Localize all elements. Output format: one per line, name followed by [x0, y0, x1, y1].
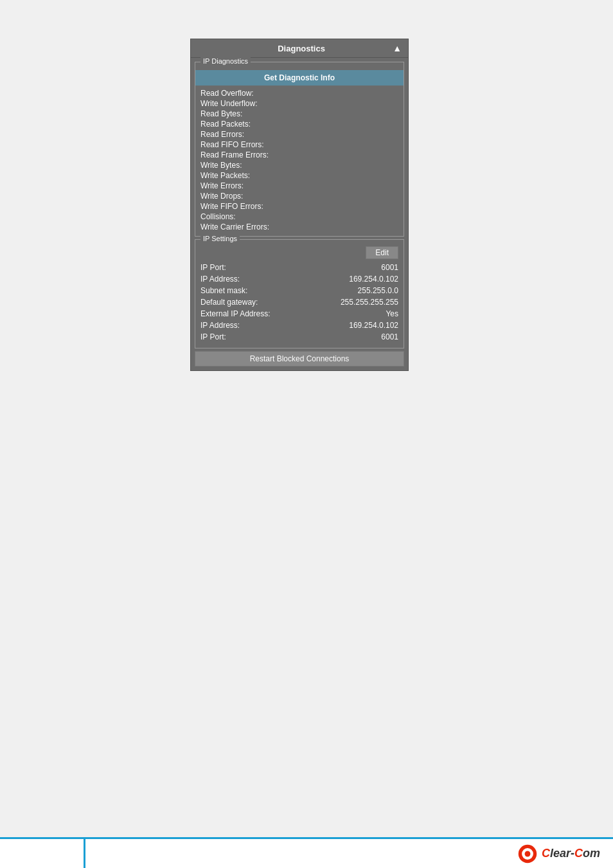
diagnostic-row: Write FIFO Errors:: [200, 201, 398, 212]
diagnostic-field-label: Write Underflow:: [200, 99, 257, 108]
ip-field-value: 6001: [381, 263, 398, 272]
diagnostic-row: Write Carrier Errors:: [200, 222, 398, 232]
diagnostic-row: Write Underflow:: [200, 98, 398, 109]
ip-field-label: IP Port:: [200, 332, 226, 341]
panel-title: Diagnostics: [210, 44, 393, 53]
ip-settings-row: Subnet mask:255.255.0.0: [200, 285, 398, 296]
diagnostic-row: Read Bytes:: [200, 109, 398, 119]
diagnostic-row: Read Overflow:: [200, 88, 398, 98]
diagnostic-rows: Read Overflow:Write Underflow:Read Bytes…: [195, 86, 404, 236]
ip-field-label: Subnet mask:: [200, 286, 247, 295]
title-bar: Diagnostics ▲: [191, 39, 408, 58]
ip-field-label: IP Port:: [200, 263, 226, 272]
diagnostic-field-label: Write Bytes:: [200, 161, 242, 170]
diagnostic-row: Write Errors:: [200, 181, 398, 191]
diagnostic-field-label: Write Drops:: [200, 192, 243, 201]
ip-settings-label: IP Settings: [200, 235, 240, 242]
diagnostic-row: Collisions:: [200, 212, 398, 222]
diagnostic-field-label: Read Errors:: [200, 130, 244, 139]
logo-icon: [517, 844, 538, 864]
diagnostic-field-label: Read Packets:: [200, 120, 251, 129]
ip-field-label: Default gateway:: [200, 298, 258, 307]
clear-com-logo: Clear-Com: [517, 844, 600, 864]
diagnostic-row: Read Frame Errors:: [200, 150, 398, 160]
edit-row: Edit: [200, 246, 398, 259]
edit-button[interactable]: Edit: [366, 246, 398, 259]
ip-diagnostics-group: IP Diagnostics Get Diagnostic Info Read …: [195, 62, 404, 237]
diagnostic-field-label: Collisions:: [200, 212, 236, 221]
restart-blocked-connections-button[interactable]: Restart Blocked Connections: [195, 351, 404, 366]
get-diagnostic-button[interactable]: Get Diagnostic Info: [195, 70, 404, 86]
ip-field-value: Yes: [386, 309, 398, 318]
diagnostic-row: Write Packets:: [200, 170, 398, 181]
left-accent-line: [84, 837, 85, 868]
bottom-bar: Clear-Com: [0, 837, 613, 868]
ip-field-value: 255.255.0.0: [358, 286, 398, 295]
ip-settings-group: IP Settings Edit IP Port:6001IP Address:…: [195, 239, 404, 348]
diagnostic-field-label: Write Errors:: [200, 181, 244, 190]
diagnostic-field-label: Read Bytes:: [200, 109, 242, 118]
ip-settings-row: IP Address:169.254.0.102: [200, 273, 398, 285]
ip-field-label: External IP Address:: [200, 309, 271, 318]
ip-settings-rows: IP Port:6001IP Address:169.254.0.102Subn…: [200, 262, 398, 343]
ip-diagnostics-label: IP Diagnostics: [200, 57, 251, 65]
diagnostic-field-label: Read Overflow:: [200, 89, 254, 98]
diagnostic-row: Write Drops:: [200, 191, 398, 201]
diagnostic-row: Read Packets:: [200, 119, 398, 129]
logo-text: Clear-Com: [542, 847, 600, 860]
collapse-arrow-icon[interactable]: ▲: [393, 43, 402, 53]
ip-field-label: IP Address:: [200, 321, 240, 330]
ip-field-value: 255.255.255.255: [341, 298, 398, 307]
diagnostics-panel: Diagnostics ▲ IP Diagnostics Get Diagnos…: [190, 39, 409, 371]
ip-field-value: 169.254.0.102: [349, 321, 398, 330]
svg-point-2: [525, 851, 531, 856]
diagnostic-field-label: Read Frame Errors:: [200, 150, 269, 159]
ip-settings-row: IP Port:6001: [200, 262, 398, 273]
ip-settings-row: IP Port:6001: [200, 331, 398, 343]
ip-field-value: 6001: [381, 332, 398, 341]
diagnostic-field-label: Write Packets:: [200, 171, 250, 180]
diagnostic-field-label: Read FIFO Errors:: [200, 140, 264, 149]
diagnostic-row: Read FIFO Errors:: [200, 140, 398, 150]
ip-settings-row: Default gateway:255.255.255.255: [200, 296, 398, 308]
diagnostic-row: Write Bytes:: [200, 160, 398, 170]
diagnostic-row: Read Errors:: [200, 129, 398, 140]
ip-settings-row: External IP Address:Yes: [200, 308, 398, 320]
ip-settings-row: IP Address:169.254.0.102: [200, 320, 398, 331]
ip-field-label: IP Address:: [200, 275, 240, 284]
diagnostic-field-label: Write FIFO Errors:: [200, 202, 263, 211]
ip-field-value: 169.254.0.102: [349, 275, 398, 284]
diagnostic-field-label: Write Carrier Errors:: [200, 222, 269, 231]
